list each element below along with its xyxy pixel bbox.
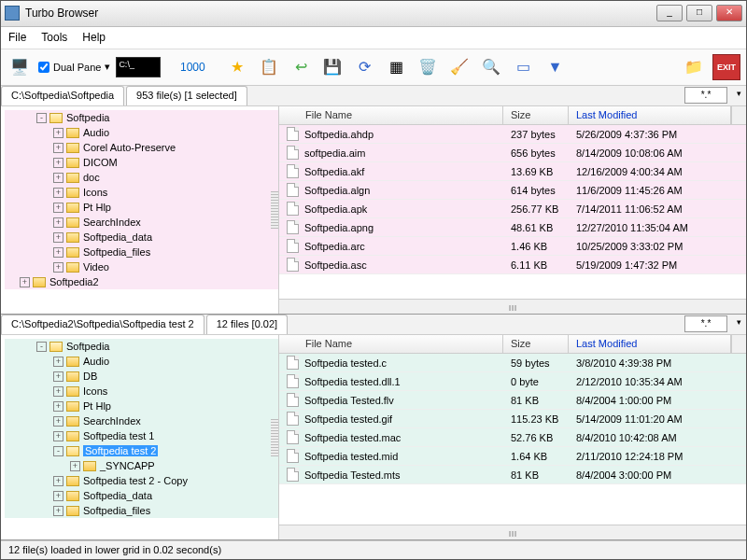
expand-icon[interactable]: + bbox=[53, 371, 63, 382]
col-filename[interactable]: File Name bbox=[279, 335, 503, 353]
tree-item[interactable]: +Pt Hlp bbox=[5, 399, 278, 413]
splitter-handle[interactable] bbox=[271, 191, 278, 229]
table-row[interactable]: Softpedia.akf13.69 KB12/16/2009 4:00:34 … bbox=[279, 162, 746, 181]
expand-icon[interactable]: + bbox=[53, 188, 63, 198]
tree-item[interactable]: +Softpedia_data bbox=[5, 230, 278, 245]
recycle-icon[interactable]: 🗑️ bbox=[415, 54, 441, 80]
table-row[interactable]: Softpedia.apng48.61 KB12/27/2010 11:35:0… bbox=[279, 218, 746, 237]
expand-icon[interactable]: + bbox=[53, 416, 63, 427]
expand-icon[interactable]: + bbox=[53, 431, 63, 441]
maximize-button[interactable]: □ bbox=[686, 5, 712, 21]
pane1-filter-box[interactable]: *.* bbox=[684, 87, 727, 104]
expand-icon[interactable]: - bbox=[36, 342, 47, 352]
expand-icon[interactable]: + bbox=[70, 461, 80, 471]
folder-up-icon[interactable]: 📁 bbox=[681, 54, 707, 80]
table-row[interactable]: Softpedia tested.c59 bytes3/8/2010 4:39:… bbox=[279, 354, 746, 372]
menu-tools[interactable]: Tools bbox=[41, 31, 67, 44]
expand-icon[interactable]: + bbox=[53, 128, 63, 138]
expand-icon[interactable]: + bbox=[53, 386, 63, 397]
tree-item[interactable]: +SearchIndex bbox=[5, 413, 278, 428]
favorites-icon[interactable]: ★ bbox=[224, 54, 250, 80]
table-row[interactable]: Softpedia.arc1.46 KB10/25/2009 3:33:02 P… bbox=[279, 237, 746, 256]
expand-icon[interactable]: + bbox=[53, 217, 63, 228]
tree-item[interactable]: +SearchIndex bbox=[5, 215, 278, 230]
pane1-hscrollbar[interactable]: ııı bbox=[279, 299, 746, 314]
minimize-button[interactable]: _ bbox=[656, 5, 683, 21]
col-filename[interactable]: File Name bbox=[279, 106, 503, 124]
scrollbar-up-icon[interactable] bbox=[731, 335, 746, 353]
window-icon[interactable]: ▭ bbox=[510, 54, 536, 80]
menu-help[interactable]: Help bbox=[82, 31, 106, 44]
expand-icon[interactable]: + bbox=[53, 262, 63, 273]
splitter-handle[interactable] bbox=[271, 419, 278, 456]
dropdown-icon[interactable]: ▾ bbox=[105, 61, 110, 73]
col-size[interactable]: Size bbox=[503, 335, 569, 353]
expand-icon[interactable]: + bbox=[53, 506, 63, 516]
tree-item[interactable]: +Corel Auto-Preserve bbox=[5, 140, 278, 155]
table-row[interactable]: Softpedia.algn614 bytes11/6/2009 11:45:2… bbox=[279, 181, 746, 200]
expand-icon[interactable]: + bbox=[20, 277, 30, 287]
pane2-grid-body[interactable]: Softpedia tested.c59 bytes3/8/2010 4:39:… bbox=[279, 354, 746, 525]
expand-icon[interactable]: + bbox=[53, 143, 63, 153]
number-input[interactable]: 1000 bbox=[166, 59, 218, 76]
col-modified[interactable]: Last Modified bbox=[569, 335, 731, 353]
tree-item[interactable]: +Softpedia_files bbox=[5, 245, 278, 259]
expand-icon[interactable]: - bbox=[36, 113, 47, 123]
table-row[interactable]: Softpedia tested.dll.10 byte2/12/2010 10… bbox=[279, 372, 746, 391]
expand-icon[interactable]: + bbox=[53, 491, 63, 501]
scrollbar-up-icon[interactable] bbox=[731, 106, 746, 124]
tree-item[interactable]: +Softpedia_data bbox=[5, 488, 278, 503]
close-button[interactable]: ✕ bbox=[716, 5, 742, 21]
tree-item[interactable]: +Softpedia_files bbox=[5, 503, 278, 518]
table-row[interactable]: Softpedia.ahdp237 bytes5/26/2009 4:37:36… bbox=[279, 125, 746, 144]
tree-item[interactable]: -Softpedia bbox=[5, 339, 278, 354]
dual-pane-checkbox[interactable] bbox=[38, 62, 49, 73]
tree-item[interactable]: +Softpedia2 bbox=[5, 274, 278, 289]
col-size[interactable]: Size bbox=[503, 106, 569, 124]
search-icon[interactable]: 🔍 bbox=[478, 54, 504, 80]
expand-icon[interactable]: + bbox=[53, 401, 63, 412]
tree-list-icon[interactable]: 📋 bbox=[256, 54, 282, 80]
tree-item[interactable]: -Softpedia bbox=[5, 110, 278, 125]
tree-item[interactable]: +Audio bbox=[5, 125, 278, 140]
cleanup-icon[interactable]: 🧹 bbox=[446, 54, 472, 80]
table-row[interactable]: Softpedia tested.gif115.23 KB5/14/2009 1… bbox=[279, 410, 746, 428]
tree-item[interactable]: -Softpedia test 2 bbox=[5, 443, 278, 458]
tree-item[interactable]: +Softpedia test 1 bbox=[5, 428, 278, 443]
tree-item[interactable]: +doc bbox=[5, 170, 278, 185]
expand-icon[interactable]: + bbox=[53, 357, 63, 367]
expand-icon[interactable]: + bbox=[53, 203, 63, 213]
pane2-hscrollbar[interactable]: ııı bbox=[279, 525, 746, 539]
table-row[interactable]: Softpedia Tested.mts81 KB8/4/2004 3:00:0… bbox=[279, 466, 746, 484]
tree-item[interactable]: +Audio bbox=[5, 354, 278, 369]
expand-icon[interactable]: + bbox=[53, 158, 63, 168]
exit-button[interactable]: EXIT bbox=[712, 54, 740, 80]
refresh-icon[interactable]: ⟳ bbox=[351, 54, 377, 80]
command-prompt-icon[interactable] bbox=[116, 57, 161, 77]
tree-item[interactable]: +Icons bbox=[5, 384, 278, 399]
back-icon[interactable]: ↩ bbox=[288, 54, 314, 80]
table-row[interactable]: Softpedia tested.mid1.64 KB2/11/2010 12:… bbox=[279, 447, 746, 466]
pane1-grid-body[interactable]: Softpedia.ahdp237 bytes5/26/2009 4:37:36… bbox=[279, 125, 746, 299]
tree-item[interactable]: +DICOM bbox=[5, 155, 278, 170]
monitor-icon[interactable]: 🖥️ bbox=[7, 54, 33, 80]
pane1-tree[interactable]: -Softpedia+Audio+Corel Auto-Preserve+DIC… bbox=[1, 106, 279, 314]
tree-item[interactable]: +_SYNCAPP bbox=[5, 458, 278, 473]
tree-item[interactable]: +Softpedia test 2 - Copy bbox=[5, 473, 278, 488]
tree-item[interactable]: +DB bbox=[5, 369, 278, 384]
pane2-path[interactable]: C:\Softpedia2\Softpedia\Softpedia test 2 bbox=[1, 315, 204, 334]
table-row[interactable]: Softpedia.apk256.77 KB7/14/2011 11:06:52… bbox=[279, 200, 746, 218]
pane1-path[interactable]: C:\Softpedia\Softpedia bbox=[1, 86, 124, 105]
expand-icon[interactable]: - bbox=[53, 446, 63, 456]
pane2-filter-dropdown-icon[interactable]: ▾ bbox=[731, 315, 746, 329]
tree-item[interactable]: +Pt Hlp bbox=[5, 200, 278, 215]
expand-icon[interactable]: + bbox=[53, 173, 63, 183]
expand-icon[interactable]: + bbox=[53, 476, 63, 486]
pane2-filter-box[interactable]: *.* bbox=[684, 315, 727, 332]
tree-item[interactable]: +Icons bbox=[5, 185, 278, 200]
tree-item[interactable]: +Video bbox=[5, 259, 278, 274]
table-row[interactable]: Softpedia.asc6.11 KB5/19/2009 1:47:32 PM bbox=[279, 256, 746, 274]
table-row[interactable]: softpedia.aim656 bytes8/14/2009 10:08:06… bbox=[279, 144, 746, 162]
dual-pane-toggle[interactable]: Dual Pane ▾ bbox=[38, 61, 110, 73]
filter-icon[interactable]: ▼ bbox=[542, 54, 568, 80]
